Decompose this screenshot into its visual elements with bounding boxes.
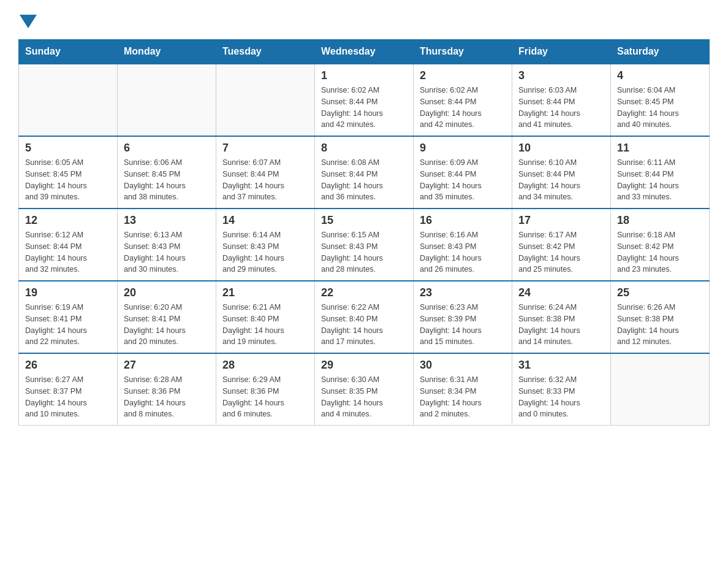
day-number: 25 bbox=[617, 286, 703, 299]
calendar-cell: 11Sunrise: 6:11 AM Sunset: 8:44 PM Dayli… bbox=[611, 136, 710, 209]
day-number: 3 bbox=[518, 69, 604, 82]
day-info: Sunrise: 6:21 AM Sunset: 8:40 PM Dayligh… bbox=[222, 302, 308, 348]
calendar-cell: 5Sunrise: 6:05 AM Sunset: 8:45 PM Daylig… bbox=[19, 136, 118, 209]
day-info: Sunrise: 6:09 AM Sunset: 8:44 PM Dayligh… bbox=[420, 157, 506, 203]
calendar-cell: 27Sunrise: 6:28 AM Sunset: 8:36 PM Dayli… bbox=[118, 353, 216, 426]
day-number: 14 bbox=[222, 214, 308, 227]
day-info: Sunrise: 6:07 AM Sunset: 8:44 PM Dayligh… bbox=[222, 157, 308, 203]
day-number: 23 bbox=[420, 286, 506, 299]
day-info: Sunrise: 6:23 AM Sunset: 8:39 PM Dayligh… bbox=[420, 302, 506, 348]
day-number: 11 bbox=[617, 142, 703, 155]
calendar-cell bbox=[216, 64, 315, 136]
day-info: Sunrise: 6:12 AM Sunset: 8:44 PM Dayligh… bbox=[25, 229, 111, 275]
calendar-cell: 2Sunrise: 6:02 AM Sunset: 8:44 PM Daylig… bbox=[414, 64, 512, 136]
calendar-cell: 29Sunrise: 6:30 AM Sunset: 8:35 PM Dayli… bbox=[315, 353, 414, 426]
day-number: 12 bbox=[25, 214, 111, 227]
day-number: 21 bbox=[222, 286, 308, 299]
logo-triangle-icon bbox=[20, 15, 37, 28]
day-info: Sunrise: 6:11 AM Sunset: 8:44 PM Dayligh… bbox=[617, 157, 703, 203]
day-info: Sunrise: 6:29 AM Sunset: 8:36 PM Dayligh… bbox=[222, 374, 308, 420]
day-info: Sunrise: 6:14 AM Sunset: 8:43 PM Dayligh… bbox=[222, 229, 308, 275]
day-info: Sunrise: 6:19 AM Sunset: 8:41 PM Dayligh… bbox=[25, 302, 111, 348]
day-number: 29 bbox=[321, 359, 407, 372]
column-header-saturday: Saturday bbox=[611, 40, 710, 64]
calendar-cell: 17Sunrise: 6:17 AM Sunset: 8:42 PM Dayli… bbox=[512, 209, 611, 281]
calendar-week-row: 5Sunrise: 6:05 AM Sunset: 8:45 PM Daylig… bbox=[19, 136, 710, 209]
column-header-tuesday: Tuesday bbox=[216, 40, 315, 64]
calendar-cell: 28Sunrise: 6:29 AM Sunset: 8:36 PM Dayli… bbox=[216, 353, 315, 426]
day-number: 17 bbox=[518, 214, 604, 227]
day-info: Sunrise: 6:17 AM Sunset: 8:42 PM Dayligh… bbox=[518, 229, 604, 275]
day-info: Sunrise: 6:28 AM Sunset: 8:36 PM Dayligh… bbox=[124, 374, 210, 420]
column-header-sunday: Sunday bbox=[19, 40, 118, 64]
day-number: 6 bbox=[124, 142, 210, 155]
calendar-cell: 10Sunrise: 6:10 AM Sunset: 8:44 PM Dayli… bbox=[512, 136, 611, 209]
day-info: Sunrise: 6:02 AM Sunset: 8:44 PM Dayligh… bbox=[420, 85, 506, 131]
column-header-thursday: Thursday bbox=[414, 40, 512, 64]
day-info: Sunrise: 6:22 AM Sunset: 8:40 PM Dayligh… bbox=[321, 302, 407, 348]
day-number: 30 bbox=[420, 359, 506, 372]
day-info: Sunrise: 6:27 AM Sunset: 8:37 PM Dayligh… bbox=[25, 374, 111, 420]
day-number: 7 bbox=[222, 142, 308, 155]
page-header bbox=[18, 12, 710, 27]
calendar-cell: 9Sunrise: 6:09 AM Sunset: 8:44 PM Daylig… bbox=[414, 136, 512, 209]
day-number: 10 bbox=[518, 142, 604, 155]
day-number: 16 bbox=[420, 214, 506, 227]
day-number: 27 bbox=[124, 359, 210, 372]
calendar-cell: 13Sunrise: 6:13 AM Sunset: 8:43 PM Dayli… bbox=[118, 209, 216, 281]
calendar-cell: 3Sunrise: 6:03 AM Sunset: 8:44 PM Daylig… bbox=[512, 64, 611, 136]
calendar-cell: 15Sunrise: 6:15 AM Sunset: 8:43 PM Dayli… bbox=[315, 209, 414, 281]
day-number: 2 bbox=[420, 69, 506, 82]
day-info: Sunrise: 6:08 AM Sunset: 8:44 PM Dayligh… bbox=[321, 157, 407, 203]
calendar-cell: 18Sunrise: 6:18 AM Sunset: 8:42 PM Dayli… bbox=[611, 209, 710, 281]
day-number: 19 bbox=[25, 286, 111, 299]
day-number: 18 bbox=[617, 214, 703, 227]
day-number: 22 bbox=[321, 286, 407, 299]
day-info: Sunrise: 6:32 AM Sunset: 8:33 PM Dayligh… bbox=[518, 374, 604, 420]
day-number: 13 bbox=[124, 214, 210, 227]
day-number: 15 bbox=[321, 214, 407, 227]
calendar-cell: 19Sunrise: 6:19 AM Sunset: 8:41 PM Dayli… bbox=[19, 281, 118, 353]
calendar-cell: 31Sunrise: 6:32 AM Sunset: 8:33 PM Dayli… bbox=[512, 353, 611, 426]
day-number: 31 bbox=[518, 359, 604, 372]
day-info: Sunrise: 6:15 AM Sunset: 8:43 PM Dayligh… bbox=[321, 229, 407, 275]
calendar-cell: 1Sunrise: 6:02 AM Sunset: 8:44 PM Daylig… bbox=[315, 64, 414, 136]
calendar-cell: 12Sunrise: 6:12 AM Sunset: 8:44 PM Dayli… bbox=[19, 209, 118, 281]
calendar-week-row: 1Sunrise: 6:02 AM Sunset: 8:44 PM Daylig… bbox=[19, 64, 710, 136]
day-number: 28 bbox=[222, 359, 308, 372]
day-info: Sunrise: 6:18 AM Sunset: 8:42 PM Dayligh… bbox=[617, 229, 703, 275]
day-number: 1 bbox=[321, 69, 407, 82]
day-number: 4 bbox=[617, 69, 703, 82]
day-number: 5 bbox=[25, 142, 111, 155]
calendar-cell: 16Sunrise: 6:16 AM Sunset: 8:43 PM Dayli… bbox=[414, 209, 512, 281]
day-info: Sunrise: 6:10 AM Sunset: 8:44 PM Dayligh… bbox=[518, 157, 604, 203]
day-info: Sunrise: 6:16 AM Sunset: 8:43 PM Dayligh… bbox=[420, 229, 506, 275]
column-header-friday: Friday bbox=[512, 40, 611, 64]
calendar-cell: 26Sunrise: 6:27 AM Sunset: 8:37 PM Dayli… bbox=[19, 353, 118, 426]
calendar-cell bbox=[19, 64, 118, 136]
day-info: Sunrise: 6:03 AM Sunset: 8:44 PM Dayligh… bbox=[518, 85, 604, 131]
day-info: Sunrise: 6:30 AM Sunset: 8:35 PM Dayligh… bbox=[321, 374, 407, 420]
day-info: Sunrise: 6:13 AM Sunset: 8:43 PM Dayligh… bbox=[124, 229, 210, 275]
calendar-week-row: 12Sunrise: 6:12 AM Sunset: 8:44 PM Dayli… bbox=[19, 209, 710, 281]
calendar-week-row: 26Sunrise: 6:27 AM Sunset: 8:37 PM Dayli… bbox=[19, 353, 710, 426]
calendar-cell: 8Sunrise: 6:08 AM Sunset: 8:44 PM Daylig… bbox=[315, 136, 414, 209]
column-header-wednesday: Wednesday bbox=[315, 40, 414, 64]
calendar-cell: 30Sunrise: 6:31 AM Sunset: 8:34 PM Dayli… bbox=[414, 353, 512, 426]
column-header-monday: Monday bbox=[118, 40, 216, 64]
day-info: Sunrise: 6:04 AM Sunset: 8:45 PM Dayligh… bbox=[617, 85, 703, 131]
day-info: Sunrise: 6:24 AM Sunset: 8:38 PM Dayligh… bbox=[518, 302, 604, 348]
calendar-cell bbox=[611, 353, 710, 426]
calendar-cell: 6Sunrise: 6:06 AM Sunset: 8:45 PM Daylig… bbox=[118, 136, 216, 209]
calendar-cell: 24Sunrise: 6:24 AM Sunset: 8:38 PM Dayli… bbox=[512, 281, 611, 353]
calendar-week-row: 19Sunrise: 6:19 AM Sunset: 8:41 PM Dayli… bbox=[19, 281, 710, 353]
day-info: Sunrise: 6:05 AM Sunset: 8:45 PM Dayligh… bbox=[25, 157, 111, 203]
calendar-cell: 21Sunrise: 6:21 AM Sunset: 8:40 PM Dayli… bbox=[216, 281, 315, 353]
calendar-cell: 4Sunrise: 6:04 AM Sunset: 8:45 PM Daylig… bbox=[611, 64, 710, 136]
day-number: 8 bbox=[321, 142, 407, 155]
day-number: 24 bbox=[518, 286, 604, 299]
day-info: Sunrise: 6:31 AM Sunset: 8:34 PM Dayligh… bbox=[420, 374, 506, 420]
logo bbox=[18, 12, 37, 27]
calendar-cell bbox=[118, 64, 216, 136]
day-number: 20 bbox=[124, 286, 210, 299]
